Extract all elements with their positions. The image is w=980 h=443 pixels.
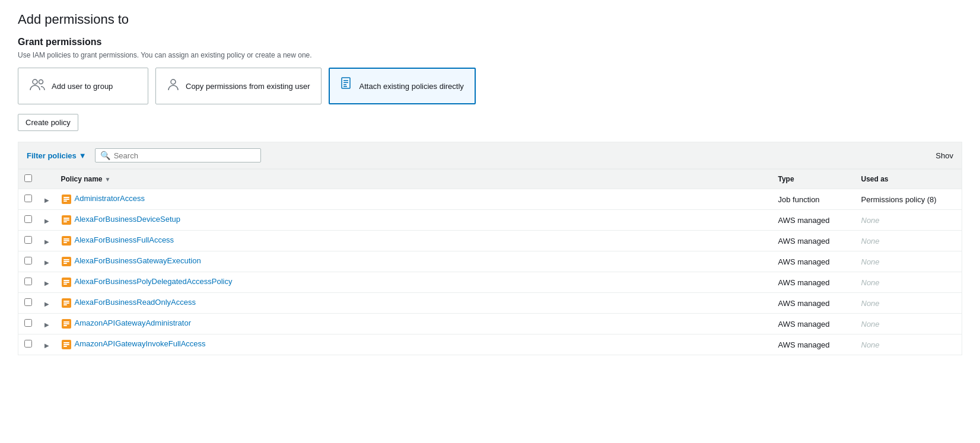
policy-name-link[interactable]: AlexaForBusinessGatewayExecution xyxy=(75,256,201,265)
th-usedas: Used as xyxy=(855,170,962,189)
expand-arrow[interactable]: ▶ xyxy=(44,218,49,224)
attach-policies-label: Attach existing policies directly xyxy=(359,82,464,91)
select-all-checkbox[interactable] xyxy=(24,174,32,182)
row-checkbox[interactable] xyxy=(24,278,32,285)
svg-rect-34 xyxy=(63,323,69,324)
expand-arrow[interactable]: ▶ xyxy=(44,238,49,245)
search-icon: 🔍 xyxy=(100,151,110,160)
svg-rect-13 xyxy=(63,218,69,219)
svg-point-0 xyxy=(33,79,37,84)
row-checkbox[interactable] xyxy=(24,319,32,327)
svg-rect-31 xyxy=(63,304,67,305)
policy-used-as: None xyxy=(855,293,962,314)
search-wrap: 🔍 xyxy=(95,148,261,162)
expand-arrow[interactable]: ▶ xyxy=(44,342,49,349)
table-row: ▶AlexaForBusinessGatewayExecutionAWS man… xyxy=(18,251,962,272)
add-to-group-button[interactable]: Add user to group xyxy=(18,68,148,104)
svg-rect-15 xyxy=(63,221,67,222)
svg-rect-26 xyxy=(63,282,69,283)
svg-rect-18 xyxy=(63,240,69,241)
row-checkbox[interactable] xyxy=(24,340,32,348)
expand-arrow[interactable]: ▶ xyxy=(44,321,49,328)
table-row: ▶AlexaForBusinessPolyDelegatedAccessPoli… xyxy=(18,272,962,293)
svg-rect-10 xyxy=(63,199,69,200)
copy-permissions-button[interactable]: Copy permissions from existing user xyxy=(155,68,322,104)
svg-rect-6 xyxy=(343,84,346,85)
filter-policies-button[interactable]: Filter policies ▼ xyxy=(27,151,87,160)
svg-rect-19 xyxy=(63,242,67,243)
filter-bar: Filter policies ▼ 🔍 Shov xyxy=(18,142,962,169)
svg-rect-29 xyxy=(63,301,69,302)
policy-type: AWS managed xyxy=(772,251,855,272)
policy-icon xyxy=(61,339,72,350)
policy-icon xyxy=(61,215,72,225)
table-row: ▶AlexaForBusinessFullAccessAWS managedNo… xyxy=(18,231,962,251)
policy-name-link[interactable]: AlexaForBusinessDeviceSetup xyxy=(75,215,180,224)
policy-icon xyxy=(61,235,72,246)
svg-point-1 xyxy=(39,80,43,84)
policy-name-link[interactable]: AlexaForBusinessReadOnlyAccess xyxy=(75,298,196,307)
add-to-group-label: Add user to group xyxy=(52,82,113,91)
table-row: ▶AmazonAPIGatewayInvokeFullAccessAWS man… xyxy=(18,334,962,355)
policy-name-link[interactable]: AdministratorAccess xyxy=(75,194,145,203)
row-checkbox[interactable] xyxy=(24,257,32,264)
svg-rect-27 xyxy=(63,283,67,285)
expand-arrow[interactable]: ▶ xyxy=(44,301,49,307)
policy-name-link[interactable]: AmazonAPIGatewayInvokeFullAccess xyxy=(75,339,206,348)
svg-rect-9 xyxy=(63,197,69,198)
policy-used-as: Permissions policy (8) xyxy=(855,189,962,210)
attach-policies-button[interactable]: Attach existing policies directly xyxy=(329,68,476,104)
row-checkbox[interactable] xyxy=(24,195,32,202)
policy-icon xyxy=(61,318,72,329)
svg-rect-39 xyxy=(63,346,67,347)
svg-point-2 xyxy=(171,79,176,84)
table-row: ▶AlexaForBusinessDeviceSetupAWS managedN… xyxy=(18,210,962,231)
svg-rect-33 xyxy=(63,321,69,323)
group-icon xyxy=(29,78,46,94)
svg-rect-30 xyxy=(63,302,69,304)
svg-rect-21 xyxy=(63,259,69,260)
policies-table: Policy name ▼ Type Used as ▶Administrato… xyxy=(18,169,962,355)
policy-icon xyxy=(61,298,72,308)
policy-used-as: None xyxy=(855,334,962,355)
policy-name-link[interactable]: AlexaForBusinessFullAccess xyxy=(75,235,174,244)
sort-icon: ▼ xyxy=(105,176,111,183)
filter-chevron-icon: ▼ xyxy=(79,151,87,160)
policy-used-as: None xyxy=(855,210,962,231)
policy-used-as: None xyxy=(855,231,962,251)
policy-icon xyxy=(61,256,72,267)
search-input[interactable] xyxy=(114,151,256,160)
policy-name-link[interactable]: AlexaForBusinessPolyDelegatedAccessPolic… xyxy=(75,277,233,286)
permission-type-selector: Add user to group Copy permissions from … xyxy=(18,68,962,104)
create-policy-button[interactable]: Create policy xyxy=(18,114,78,131)
policy-used-as: None xyxy=(855,314,962,334)
th-type: Type xyxy=(772,170,855,189)
policy-type: AWS managed xyxy=(772,210,855,231)
row-checkbox[interactable] xyxy=(24,215,32,223)
policy-type: Job function xyxy=(772,189,855,210)
expand-arrow[interactable]: ▶ xyxy=(44,259,49,266)
th-expand xyxy=(39,170,55,189)
svg-rect-22 xyxy=(63,261,69,262)
policy-type: AWS managed xyxy=(772,231,855,251)
policy-type: AWS managed xyxy=(772,272,855,293)
show-label: Shov xyxy=(936,151,953,160)
policy-used-as: None xyxy=(855,272,962,293)
expand-arrow[interactable]: ▶ xyxy=(44,280,49,286)
policy-name-link[interactable]: AmazonAPIGatewayAdministrator xyxy=(75,318,192,327)
svg-rect-4 xyxy=(343,80,348,81)
svg-rect-25 xyxy=(63,280,69,281)
svg-rect-23 xyxy=(63,263,67,264)
svg-rect-11 xyxy=(63,200,67,202)
expand-arrow[interactable]: ▶ xyxy=(44,197,49,203)
policy-type: AWS managed xyxy=(772,314,855,334)
svg-rect-14 xyxy=(63,219,69,221)
th-policy-name: Policy name ▼ xyxy=(55,170,772,189)
table-row: ▶AmazonAPIGatewayAdministratorAWS manage… xyxy=(18,314,962,334)
filter-policies-label: Filter policies xyxy=(27,151,77,160)
table-header-row: Policy name ▼ Type Used as xyxy=(18,170,962,189)
table-row: ▶AlexaForBusinessReadOnlyAccessAWS manag… xyxy=(18,293,962,314)
row-checkbox[interactable] xyxy=(24,298,32,306)
svg-rect-38 xyxy=(63,344,69,345)
row-checkbox[interactable] xyxy=(24,236,32,244)
